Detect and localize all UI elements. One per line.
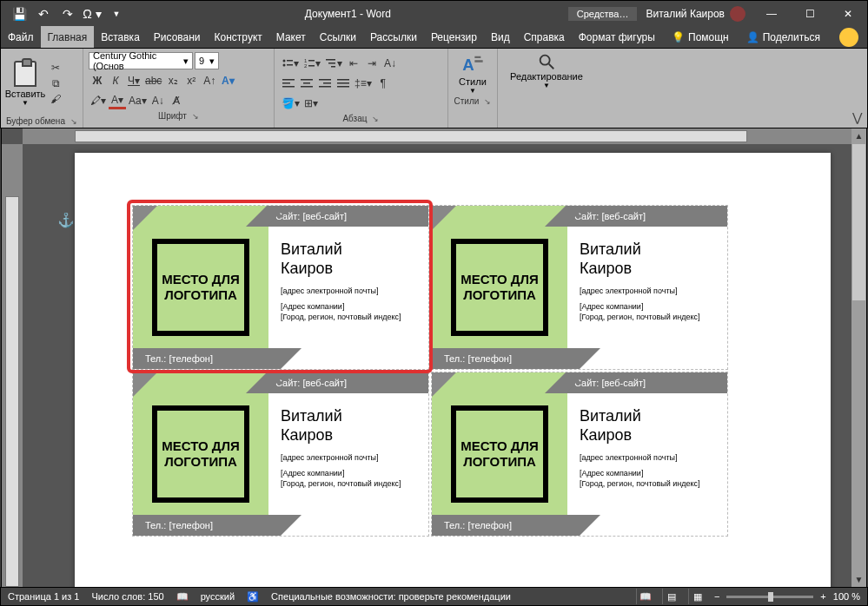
business-card[interactable]: Сайт: [веб-сайт] МЕСТО ДЛЯ ЛОГОТИПА Вита… xyxy=(132,205,429,370)
sort-button[interactable]: A↓ xyxy=(381,55,399,72)
tab-file[interactable]: Файл xyxy=(1,26,41,48)
copy-button[interactable]: ⧉ xyxy=(48,76,63,90)
tab-view[interactable]: Вид xyxy=(484,26,517,48)
decrease-indent-button[interactable]: ⇤ xyxy=(345,55,362,72)
tab-home[interactable]: Главная xyxy=(41,26,95,48)
clipboard-launcher[interactable]: ↘ xyxy=(70,117,77,126)
tab-mailings[interactable]: Рассылки xyxy=(363,26,424,48)
accessibility-icon[interactable]: ♿ xyxy=(247,591,259,603)
page-status[interactable]: Страница 1 из 1 xyxy=(8,591,79,602)
tab-layout[interactable]: Макет xyxy=(269,26,313,48)
business-card[interactable]: Сайт: [веб-сайт] МЕСТО ДЛЯ ЛОГОТИПА Вита… xyxy=(431,372,728,537)
shading-button[interactable]: 🪣▾ xyxy=(280,95,301,112)
tab-draw[interactable]: Рисовани xyxy=(147,26,208,48)
justify-button[interactable] xyxy=(335,75,352,92)
qat-customize[interactable]: ▼ xyxy=(105,3,128,25)
shrink-font-button[interactable]: A↓ xyxy=(149,92,167,109)
scroll-down-button[interactable]: ▼ xyxy=(851,572,866,587)
logo-placeholder[interactable]: МЕСТО ДЛЯ ЛОГОТИПА xyxy=(451,239,548,336)
tab-review[interactable]: Рецензир xyxy=(424,26,484,48)
strike-button[interactable]: abc xyxy=(143,72,163,89)
show-marks-button[interactable]: ¶ xyxy=(374,75,392,92)
logo-placeholder[interactable]: МЕСТО ДЛЯ ЛОГОТИПА xyxy=(451,405,548,503)
read-mode-button[interactable]: 📖 xyxy=(636,589,655,604)
editing-button[interactable]: Редактирование ▼ xyxy=(503,52,590,89)
numbering-button[interactable]: 12▾ xyxy=(301,55,322,72)
format-painter-button[interactable]: 🖌 xyxy=(48,92,63,106)
collapse-ribbon-button[interactable]: ⋁ xyxy=(852,110,862,124)
vertical-ruler[interactable] xyxy=(2,144,23,587)
svg-point-24 xyxy=(540,56,550,65)
bold-button[interactable]: Ж xyxy=(89,72,106,89)
font-family-value: Century Gothic (Основ xyxy=(93,50,178,71)
grow-font-button[interactable]: A↑ xyxy=(201,72,218,89)
print-layout-button[interactable]: ▤ xyxy=(662,589,681,604)
logo-placeholder[interactable]: МЕСТО ДЛЯ ЛОГОТИПА xyxy=(152,405,249,503)
web-layout-button[interactable]: ▦ xyxy=(688,589,707,604)
share-button[interactable]: 👤 Поделиться xyxy=(739,31,827,43)
styles-launcher[interactable]: ↘ xyxy=(484,97,491,106)
underline-button[interactable]: Ч▾ xyxy=(125,72,142,89)
align-right-button[interactable] xyxy=(316,75,334,92)
maximize-button[interactable]: ☐ xyxy=(791,1,829,27)
change-case-button[interactable]: Aa▾ xyxy=(127,92,149,109)
word-count[interactable]: Число слов: 150 xyxy=(91,591,163,602)
font-launcher[interactable]: ↘ xyxy=(192,112,199,121)
styles-button[interactable]: A Стили ▼ xyxy=(454,52,492,95)
bullets-button[interactable]: ▾ xyxy=(280,55,301,72)
paste-button[interactable]: Вставить ▼ xyxy=(6,52,44,115)
redo-button[interactable]: ↷ xyxy=(56,3,79,25)
increase-indent-button[interactable]: ⇥ xyxy=(363,55,381,72)
multilevel-button[interactable]: ▾ xyxy=(323,55,344,72)
borders-button[interactable]: ⊞▾ xyxy=(302,95,320,112)
align-center-button[interactable] xyxy=(298,75,315,92)
text-effects-button[interactable]: A▾ xyxy=(219,72,236,89)
close-button[interactable]: ✕ xyxy=(829,1,867,27)
zoom-in-button[interactable]: + xyxy=(820,591,825,602)
business-card[interactable]: Сайт: [веб-сайт] МЕСТО ДЛЯ ЛОГОТИПА Вита… xyxy=(431,205,728,370)
font-family-select[interactable]: Century Gothic (Основ▾ xyxy=(89,52,193,69)
tab-format[interactable]: Формат фигуры xyxy=(572,26,662,48)
cut-button[interactable]: ✂ xyxy=(48,61,63,75)
omega-button[interactable]: Ω ▾ xyxy=(81,3,103,25)
group-clipboard: Вставить ▼ ✂ ⧉ 🖌 Буфер обмена↘ xyxy=(1,49,83,128)
clear-formatting-button[interactable]: A̸ xyxy=(168,92,185,109)
logo-placeholder[interactable]: МЕСТО ДЛЯ ЛОГОТИПА xyxy=(152,239,249,336)
italic-button[interactable]: К xyxy=(107,72,124,89)
zoom-out-button[interactable]: − xyxy=(714,591,719,602)
user-account[interactable]: Виталий Каиров xyxy=(646,6,745,22)
line-spacing-button[interactable]: ‡≡▾ xyxy=(353,75,374,92)
scroll-thumb[interactable] xyxy=(852,144,865,300)
language-status[interactable]: русский xyxy=(201,591,235,602)
font-color-button[interactable]: A▾ xyxy=(109,92,126,109)
tab-help[interactable]: Справка xyxy=(517,26,572,48)
paragraph-launcher[interactable]: ↘ xyxy=(372,115,379,123)
tab-insert[interactable]: Вставка xyxy=(94,26,147,48)
styles-icon: A xyxy=(461,52,485,76)
undo-button[interactable]: ↶ xyxy=(32,3,55,25)
svg-rect-21 xyxy=(337,82,349,84)
highlight-button[interactable]: 🖍▾ xyxy=(89,92,108,109)
zoom-level[interactable]: 100 % xyxy=(833,591,860,602)
spellcheck-icon[interactable]: 📖 xyxy=(176,591,189,603)
zoom-slider[interactable] xyxy=(726,596,813,598)
vertical-scrollbar[interactable]: ▲ ▼ xyxy=(851,128,866,587)
align-left-button[interactable] xyxy=(280,75,297,92)
tell-me[interactable]: 💡 Помощн xyxy=(665,31,736,43)
page[interactable]: Сайт: [веб-сайт] МЕСТО ДЛЯ ЛОГОТИПА Вита… xyxy=(75,153,831,587)
svg-rect-13 xyxy=(282,86,295,88)
horizontal-ruler[interactable] xyxy=(23,128,851,144)
tab-references[interactable]: Ссылки xyxy=(313,26,363,48)
font-size-select[interactable]: 9▾ xyxy=(195,52,219,69)
business-card[interactable]: Сайт: [веб-сайт] МЕСТО ДЛЯ ЛОГОТИПА Вита… xyxy=(132,372,429,537)
accessibility-status[interactable]: Специальные возможности: проверьте реком… xyxy=(271,591,511,602)
smiley-icon[interactable] xyxy=(839,28,858,47)
save-button[interactable]: 💾 xyxy=(8,3,30,25)
tab-design[interactable]: Конструкт xyxy=(208,26,269,48)
minimize-button[interactable]: — xyxy=(752,1,791,27)
superscript-button[interactable]: x² xyxy=(182,72,200,89)
subscript-button[interactable]: x₂ xyxy=(164,72,182,89)
styles-btn-label: Стили xyxy=(459,76,487,87)
context-tab-label: Средства… xyxy=(568,7,638,21)
scroll-up-button[interactable]: ▲ xyxy=(851,128,866,143)
